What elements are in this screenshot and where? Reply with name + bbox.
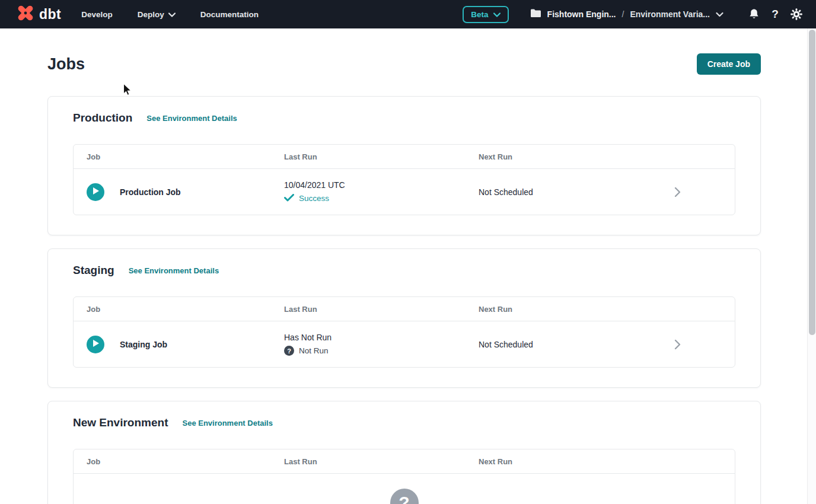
environment-name: Staging bbox=[73, 264, 114, 277]
dbt-logo-icon bbox=[15, 3, 36, 25]
notifications-bell-icon[interactable] bbox=[746, 7, 761, 22]
job-name: Staging Job bbox=[120, 340, 167, 349]
see-environment-details-link[interactable]: See Environment Details bbox=[146, 114, 237, 123]
chevron-right-icon[interactable] bbox=[664, 187, 690, 197]
chevron-down-icon bbox=[493, 10, 501, 19]
column-header-last-run: Last Run bbox=[284, 457, 479, 466]
environment-name: New Environment bbox=[73, 416, 168, 429]
column-header-next-run: Next Run bbox=[479, 457, 664, 466]
job-name: Production Job bbox=[120, 187, 181, 197]
jobs-table-header: Job Last Run Next Run bbox=[74, 297, 735, 321]
beta-label: Beta bbox=[471, 10, 488, 19]
empty-jobs-area: ? bbox=[74, 473, 735, 504]
job-row-production-job[interactable]: Production Job 10/04/2021 UTC Success No… bbox=[74, 168, 735, 215]
jobs-table: Job Last Run Next Run Production Job 10/… bbox=[73, 144, 735, 215]
jobs-table: Job Last Run Next Run Staging Job Has No… bbox=[73, 296, 735, 368]
question-circle-icon: ? bbox=[390, 489, 419, 504]
column-header-last-run: Last Run bbox=[284, 305, 479, 314]
jobs-table-header: Job Last Run Next Run bbox=[74, 449, 735, 473]
folder-icon bbox=[530, 8, 541, 20]
run-job-button[interactable] bbox=[87, 183, 104, 201]
see-environment-details-link[interactable]: See Environment Details bbox=[129, 266, 219, 275]
nav-item-develop[interactable]: Develop bbox=[81, 10, 113, 19]
column-header-job: Job bbox=[87, 457, 284, 466]
job-row-staging-job[interactable]: Staging Job Has Not Run ? Not Run Not Sc… bbox=[74, 321, 735, 367]
jobs-table: Job Last Run Next Run ? bbox=[73, 449, 735, 504]
environment-card-production: Production See Environment Details Job L… bbox=[47, 96, 761, 235]
column-header-next-run: Next Run bbox=[479, 152, 664, 161]
nav-item-documentation[interactable]: Documentation bbox=[200, 10, 259, 19]
help-icon[interactable]: ? bbox=[767, 7, 783, 22]
vertical-scrollbar[interactable] bbox=[807, 28, 816, 504]
environment-card-staging: Staging See Environment Details Job Last… bbox=[47, 248, 761, 388]
column-header-job: Job bbox=[87, 152, 284, 161]
page-header: Jobs Create Job bbox=[47, 53, 761, 75]
create-job-button[interactable]: Create Job bbox=[697, 53, 761, 75]
status-badge: ? Not Run bbox=[284, 346, 479, 356]
chevron-down-icon bbox=[716, 9, 723, 20]
page-title: Jobs bbox=[47, 55, 85, 74]
environment-card-new-environment: New Environment See Environment Details … bbox=[47, 401, 761, 504]
column-header-job: Job bbox=[87, 305, 284, 314]
scrollbar-thumb[interactable] bbox=[809, 30, 815, 335]
run-job-button[interactable] bbox=[87, 336, 104, 353]
chevron-right-icon[interactable] bbox=[664, 339, 690, 350]
breadcrumb-page[interactable]: Environment Varia... bbox=[630, 9, 710, 19]
last-run-time: Has Not Run bbox=[284, 333, 479, 342]
beta-dropdown[interactable]: Beta bbox=[463, 6, 508, 23]
see-environment-details-link[interactable]: See Environment Details bbox=[182, 419, 272, 428]
status-text: Success bbox=[299, 194, 329, 203]
status-badge: Success bbox=[284, 193, 479, 204]
dbt-logo[interactable]: dbt bbox=[15, 3, 61, 25]
environment-name: Production bbox=[73, 111, 132, 125]
check-icon bbox=[284, 193, 294, 204]
status-text: Not Run bbox=[299, 346, 329, 355]
top-navbar: dbt Develop Deploy Documentation Beta Fi… bbox=[0, 0, 816, 28]
column-header-last-run: Last Run bbox=[284, 152, 479, 161]
chevron-down-icon bbox=[168, 10, 176, 19]
question-circle-icon: ? bbox=[284, 346, 294, 356]
brand-name: dbt bbox=[39, 7, 61, 23]
column-header-next-run: Next Run bbox=[479, 305, 664, 314]
play-icon bbox=[92, 187, 100, 197]
next-run-value: Not Scheduled bbox=[479, 187, 664, 197]
navbar-right: Beta Fishtown Engin... / Environment Var… bbox=[463, 6, 804, 23]
main-content: Jobs Create Job Production See Environme… bbox=[0, 53, 816, 504]
nav-item-deploy-label: Deploy bbox=[138, 10, 164, 19]
play-icon bbox=[92, 339, 100, 350]
nav-item-develop-label: Develop bbox=[81, 10, 113, 19]
jobs-table-header: Job Last Run Next Run bbox=[74, 145, 735, 168]
nav-item-documentation-label: Documentation bbox=[200, 10, 259, 19]
breadcrumb-project[interactable]: Fishtown Engin... bbox=[547, 9, 616, 19]
next-run-value: Not Scheduled bbox=[479, 340, 664, 349]
settings-gear-icon[interactable] bbox=[789, 7, 804, 22]
last-run-time: 10/04/2021 UTC bbox=[284, 180, 479, 190]
breadcrumb-separator: / bbox=[622, 9, 624, 19]
breadcrumb[interactable]: Fishtown Engin... / Environment Varia... bbox=[530, 8, 723, 20]
nav-item-deploy[interactable]: Deploy bbox=[138, 10, 176, 19]
